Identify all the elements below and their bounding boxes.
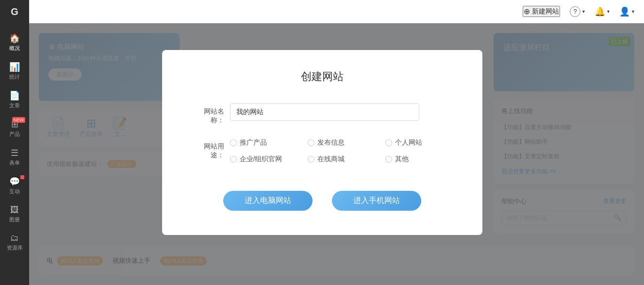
purpose-label-enterprise: 企业/组织官网 xyxy=(240,155,282,164)
user-icon: 👤 xyxy=(619,6,630,17)
purpose-option-promote[interactable]: 推广产品 xyxy=(230,138,288,147)
table-icon: ☰ xyxy=(11,148,18,158)
sidebar-item-label: 文章 xyxy=(9,102,20,109)
radio-circle xyxy=(308,139,314,146)
purpose-row-2: 企业/组织官网 在线商城 其他 xyxy=(230,155,444,164)
purpose-row-1: 推广产品 发布信息 个人网站 xyxy=(230,138,444,147)
sidebar-item-album[interactable]: 🖼 图册 xyxy=(0,200,29,228)
radio-circle xyxy=(230,156,237,163)
sidebar-item-table[interactable]: ☰ 表单 xyxy=(0,143,29,171)
resource-icon: 🗂 xyxy=(10,233,19,243)
user-button[interactable]: 👤 ▾ xyxy=(619,6,634,17)
stats-icon: 📊 xyxy=(9,62,20,72)
purpose-label-other: 其他 xyxy=(395,155,409,164)
purpose-option-personal[interactable]: 个人网站 xyxy=(385,138,444,147)
purpose-label-personal: 个人网站 xyxy=(395,138,422,147)
radio-circle xyxy=(385,139,392,146)
bell-arrow: ▾ xyxy=(607,9,610,14)
sidebar-item-label: 产品 xyxy=(9,131,20,138)
radio-circle xyxy=(230,139,237,146)
modal-overlay: 创建网站 网站名称： 网站用途： 推广产品 发布信息 xyxy=(0,0,644,285)
article-icon: 📄 xyxy=(9,90,20,101)
help-arrow: ▾ xyxy=(582,9,585,14)
home-icon: 🏠 xyxy=(9,33,20,44)
plus-icon: ⊕ xyxy=(524,7,530,16)
sidebar-item-label: 图册 xyxy=(9,216,20,223)
new-badge: NEW xyxy=(12,117,25,123)
radio-circle xyxy=(308,156,314,163)
sidebar-item-interact[interactable]: 💬 互动 xyxy=(0,171,29,200)
purpose-label-promote: 推广产品 xyxy=(240,138,267,147)
header-actions: ⊕ 新建网站 ? ▾ 🔔 ▾ 👤 ▾ xyxy=(523,6,634,17)
sidebar: 🏠 概况 📊 统计 📄 文章 NEW ⊞ 产品 ☰ 表单 💬 互动 🖼 图册 🗂… xyxy=(0,23,29,285)
site-name-label: 网站名称： xyxy=(191,103,230,125)
logo-icon: G xyxy=(11,6,18,17)
sidebar-item-label: 统计 xyxy=(9,73,20,81)
sidebar-item-resource[interactable]: 🗂 资源库 xyxy=(0,228,29,256)
purpose-option-other[interactable]: 其他 xyxy=(385,155,444,164)
radio-circle xyxy=(385,156,392,163)
sidebar-item-label: 表单 xyxy=(9,159,20,167)
purpose-label-publish: 发布信息 xyxy=(317,138,345,147)
enter-mobile-button[interactable]: 进入手机网站 xyxy=(332,191,421,211)
header: G ⊕ 新建网站 ? ▾ 🔔 ▾ 👤 ▾ xyxy=(0,0,644,23)
site-name-control xyxy=(230,103,419,121)
help-icon: ? xyxy=(570,6,580,17)
album-icon: 🖼 xyxy=(10,205,19,215)
sidebar-item-overview[interactable]: 🏠 概况 xyxy=(0,28,29,57)
site-purpose-label: 网站用途： xyxy=(191,138,230,160)
help-button[interactable]: ? ▾ xyxy=(570,6,585,17)
enter-desktop-button[interactable]: 进入电脑网站 xyxy=(223,191,313,211)
purpose-option-enterprise[interactable]: 企业/组织官网 xyxy=(230,155,288,164)
purpose-options: 推广产品 发布信息 个人网站 企业/组织官网 xyxy=(230,138,444,171)
modal-title: 创建网站 xyxy=(191,69,453,84)
new-site-button[interactable]: ⊕ 新建网站 xyxy=(523,6,560,17)
site-name-input[interactable] xyxy=(230,103,419,121)
new-site-label: 新建网站 xyxy=(532,7,559,16)
sidebar-item-stats[interactable]: 📊 统计 xyxy=(0,57,29,85)
user-arrow: ▾ xyxy=(632,9,634,14)
create-site-modal: 创建网站 网站名称： 网站用途： 推广产品 发布信息 xyxy=(162,50,482,235)
purpose-option-shop[interactable]: 在线商城 xyxy=(308,155,366,164)
purpose-label-shop: 在线商城 xyxy=(317,155,345,164)
interact-icon: 💬 xyxy=(9,176,20,187)
sidebar-item-label: 概况 xyxy=(9,45,20,52)
bell-icon: 🔔 xyxy=(594,6,605,17)
site-name-row: 网站名称： xyxy=(191,103,453,125)
purpose-option-publish[interactable]: 发布信息 xyxy=(308,138,366,147)
modal-footer: 进入电脑网站 进入手机网站 xyxy=(191,191,453,211)
sidebar-item-label: 互动 xyxy=(9,188,20,195)
sidebar-item-product[interactable]: NEW ⊞ 产品 xyxy=(0,114,29,143)
sidebar-item-label: 资源库 xyxy=(7,244,23,251)
bell-button[interactable]: 🔔 ▾ xyxy=(594,6,610,17)
logo: G xyxy=(0,0,29,23)
sidebar-item-article[interactable]: 📄 文章 xyxy=(0,85,29,114)
site-purpose-row: 网站用途： 推广产品 发布信息 个人网站 xyxy=(191,138,453,171)
